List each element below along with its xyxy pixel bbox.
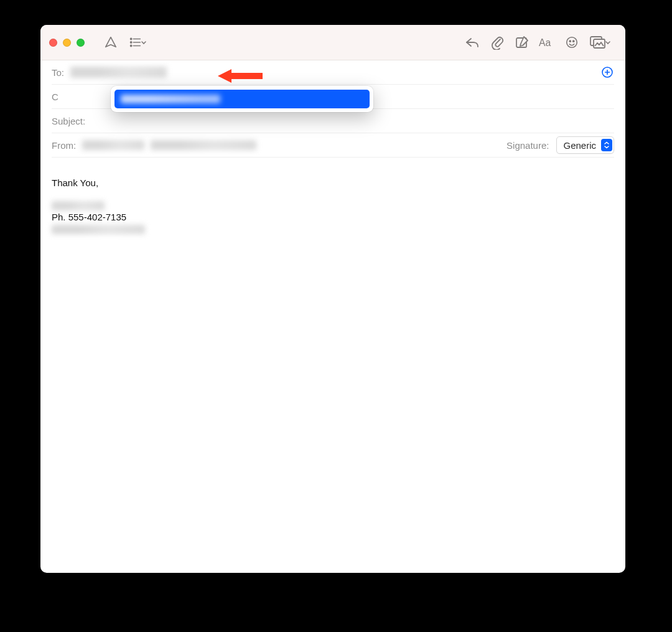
svg-point-0 (131, 38, 132, 39)
emoji-button[interactable] (559, 30, 584, 55)
signature-label: Signature: (506, 140, 549, 151)
traffic-lights (49, 39, 85, 47)
to-field-row[interactable]: To: (52, 60, 614, 85)
from-name-redacted (82, 140, 144, 150)
emoji-icon (565, 35, 579, 49)
from-email-redacted (151, 140, 256, 150)
font-icon: Aa (539, 36, 555, 49)
svg-rect-12 (594, 39, 605, 48)
select-stepper-icon (601, 139, 612, 151)
format-button[interactable]: Aa (534, 30, 559, 55)
subject-label: Subject: (52, 116, 85, 126)
window-toolbar: Aa (40, 25, 625, 60)
chevron-down-icon (140, 39, 147, 46)
signature-thankyou: Thank You, (52, 176, 614, 190)
compose-icon (515, 35, 530, 49)
recipient-autocomplete-popup (111, 86, 373, 112)
signature-select[interactable]: Generic (556, 136, 614, 154)
plus-circle-icon (601, 66, 614, 78)
minimize-window-button[interactable] (63, 39, 71, 47)
from-label: From: (52, 140, 76, 151)
send-icon (104, 35, 118, 49)
signature-email-redacted (52, 225, 145, 234)
markup-button[interactable] (510, 30, 534, 55)
add-recipient-button[interactable] (600, 65, 614, 79)
autocomplete-suggestion[interactable] (114, 90, 370, 108)
signature-name-redacted (52, 201, 105, 210)
autocomplete-suggestion-redacted (121, 95, 220, 103)
from-field-row[interactable]: From: Signature: Generic (52, 133, 614, 158)
to-recipient-redacted[interactable] (70, 67, 167, 78)
cc-label: C (52, 92, 58, 102)
subject-field-row[interactable]: Subject: (52, 109, 614, 133)
zoom-window-button[interactable] (77, 39, 85, 47)
svg-point-2 (131, 42, 132, 43)
signature-value: Generic (563, 140, 596, 151)
compose-email-window: Aa To: (40, 25, 625, 573)
paperclip-icon (490, 35, 504, 50)
svg-point-8 (567, 37, 577, 48)
close-window-button[interactable] (49, 39, 57, 47)
to-label: To: (52, 67, 64, 78)
svg-point-10 (573, 40, 574, 42)
send-button[interactable] (98, 30, 123, 55)
signature-phone: Ph. 555-402-7135 (52, 210, 614, 224)
chevron-down-icon (604, 39, 612, 46)
email-body[interactable]: Thank You, Ph. 555-402-7135 (40, 158, 625, 245)
media-browser-button[interactable] (584, 30, 617, 55)
reply-button[interactable] (460, 30, 485, 55)
reply-icon (465, 35, 480, 49)
svg-point-4 (131, 45, 132, 46)
svg-text:Aa: Aa (539, 38, 551, 49)
header-fields-button[interactable] (123, 30, 153, 55)
svg-point-9 (569, 40, 571, 42)
attach-button[interactable] (485, 30, 510, 55)
